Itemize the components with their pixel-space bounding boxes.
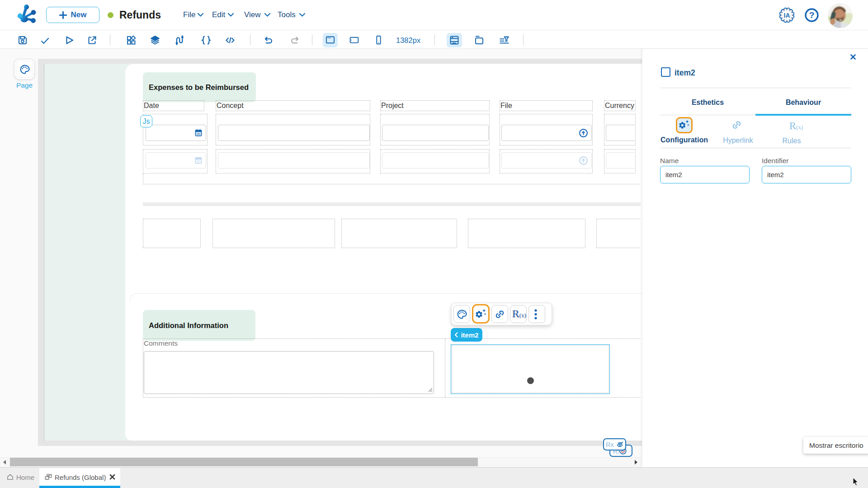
svg-text:?: ? bbox=[809, 10, 815, 20]
svg-text:IA: IA bbox=[784, 12, 790, 19]
